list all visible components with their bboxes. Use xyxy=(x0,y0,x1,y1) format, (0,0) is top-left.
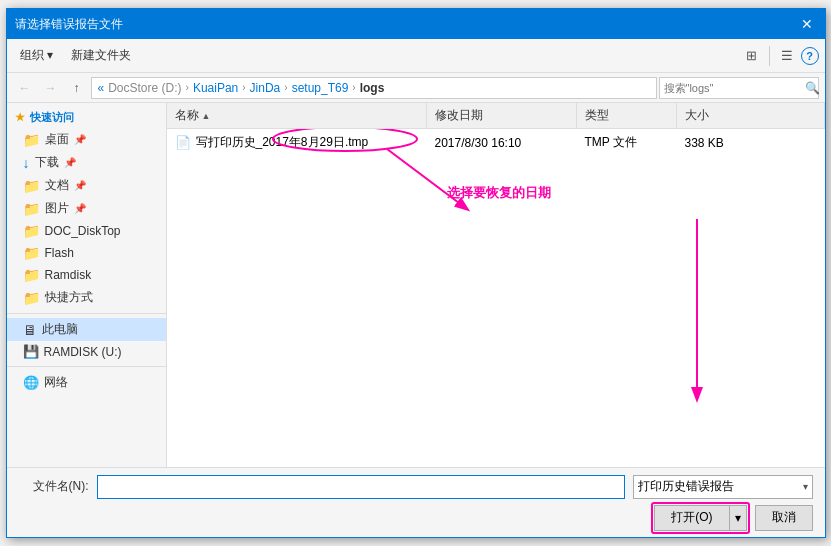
sidebar: ★ 快速访问 📁 桌面 📌 ↓ 下载 📌 📁 文档 📌 📁 图片 � xyxy=(7,103,167,467)
folder-icon: 📁 xyxy=(23,245,40,261)
breadcrumb-setup[interactable]: setup_T69 xyxy=(292,81,349,95)
sidebar-item-this-pc[interactable]: 🖥 此电脑 xyxy=(7,318,166,341)
nav-bar: ← → ↑ « DocStore (D:) › KuaiPan › JinDa … xyxy=(7,73,825,103)
pin-icon: 📌 xyxy=(74,134,86,145)
organize-button[interactable]: 组织 ▾ xyxy=(13,43,60,69)
file-size-cell: 338 KB xyxy=(677,136,825,150)
sidebar-item-doc-disktop[interactable]: 📁 DOC_DiskTop xyxy=(7,220,166,242)
title-bar: 请选择错误报告文件 ✕ xyxy=(7,9,825,39)
bottom-bar: 文件名(N): 打印历史错误报告 ▾ 打开(O) ▾ 取消 xyxy=(7,467,825,537)
file-date-cell: 2017/8/30 16:10 xyxy=(427,136,577,150)
sidebar-item-network[interactable]: 🌐 网络 xyxy=(7,371,166,394)
file-type-cell: TMP 文件 xyxy=(577,134,677,151)
folder-icon: 📁 xyxy=(23,267,40,283)
sidebar-item-documents[interactable]: 📁 文档 📌 xyxy=(7,174,166,197)
sidebar-item-desktop[interactable]: 📁 桌面 📌 xyxy=(7,128,166,151)
help-button[interactable]: ? xyxy=(801,47,819,65)
pin-icon: 📌 xyxy=(74,203,86,214)
computer-icon: 🖥 xyxy=(23,322,37,338)
toolbar: 组织 ▾ 新建文件夹 ⊞ ☰ ? xyxy=(7,39,825,73)
back-button[interactable]: ← xyxy=(13,76,37,100)
filename-label: 文件名(N): xyxy=(19,478,89,495)
content-area: ★ 快速访问 📁 桌面 📌 ↓ 下载 📌 📁 文档 📌 📁 图片 � xyxy=(7,103,825,467)
file-icon: 📄 xyxy=(175,135,191,150)
search-input[interactable] xyxy=(664,82,802,94)
breadcrumb-sep0: DocStore (D:) xyxy=(108,81,181,95)
sidebar-item-shortcuts[interactable]: 📁 快捷方式 xyxy=(7,286,166,309)
column-header-name[interactable]: 名称 ▲ xyxy=(167,103,427,128)
filename-row: 文件名(N): 打印历史错误报告 ▾ xyxy=(19,475,813,499)
svg-line-1 xyxy=(387,149,467,209)
annotation-overlay: 选择要恢复的日期 xyxy=(167,129,825,467)
divider xyxy=(769,46,770,66)
table-row[interactable]: 📄 写打印历史_2017年8月29日.tmp 2017/8/30 16:10 T… xyxy=(167,129,825,157)
star-icon: ★ xyxy=(15,111,25,124)
file-list: 📄 写打印历史_2017年8月29日.tmp 2017/8/30 16:10 T… xyxy=(167,129,825,467)
folder-icon: 📁 xyxy=(23,223,40,239)
folder-icon: 📁 xyxy=(23,132,40,148)
view-icon-detail[interactable]: ☰ xyxy=(775,44,799,68)
forward-button[interactable]: → xyxy=(39,76,63,100)
open-button[interactable]: 打开(O) ▾ xyxy=(654,505,746,531)
open-dropdown-arrow[interactable]: ▾ xyxy=(730,506,746,530)
dialog-title: 请选择错误报告文件 xyxy=(15,16,797,33)
annotation-text: 选择要恢复的日期 xyxy=(447,184,551,202)
close-button[interactable]: ✕ xyxy=(797,14,817,34)
breadcrumb-jinda[interactable]: JinDa xyxy=(250,81,281,95)
sidebar-item-pictures[interactable]: 📁 图片 📌 xyxy=(7,197,166,220)
network-icon: 🌐 xyxy=(23,375,39,390)
view-icon-grid[interactable]: ⊞ xyxy=(740,44,764,68)
disk-icon: 💾 xyxy=(23,344,39,359)
folder-icon: 📁 xyxy=(23,201,40,217)
sidebar-item-flash[interactable]: 📁 Flash xyxy=(7,242,166,264)
up-button[interactable]: ↑ xyxy=(65,76,89,100)
breadcrumb-part1[interactable]: « xyxy=(98,81,105,95)
sidebar-item-ramdisk[interactable]: 📁 Ramdisk xyxy=(7,264,166,286)
download-icon: ↓ xyxy=(23,155,30,171)
open-button-wrapper: 打开(O) ▾ xyxy=(654,505,746,531)
action-row: 打开(O) ▾ 取消 xyxy=(19,505,813,531)
sidebar-item-downloads[interactable]: ↓ 下载 📌 xyxy=(7,151,166,174)
filename-input[interactable] xyxy=(97,475,625,499)
breadcrumb-logs: logs xyxy=(360,81,385,95)
annotation-svg xyxy=(167,129,767,467)
search-icon[interactable]: 🔍 xyxy=(805,81,820,95)
filetype-dropdown-arrow: ▾ xyxy=(803,481,808,492)
pin-icon: 📌 xyxy=(74,180,86,191)
file-dialog: 请选择错误报告文件 ✕ 组织 ▾ 新建文件夹 ⊞ ☰ ? ← → ↑ « Doc… xyxy=(6,8,826,538)
sort-icon: ▲ xyxy=(202,111,211,121)
cancel-button[interactable]: 取消 xyxy=(755,505,813,531)
filetype-select[interactable]: 打印历史错误报告 ▾ xyxy=(633,475,813,499)
column-header-type[interactable]: 类型 xyxy=(577,103,677,128)
file-name-cell: 📄 写打印历史_2017年8月29日.tmp xyxy=(167,134,427,151)
folder-icon: 📁 xyxy=(23,290,40,306)
open-button-label: 打开(O) xyxy=(655,506,729,530)
column-header-date[interactable]: 修改日期 xyxy=(427,103,577,128)
file-list-header: 名称 ▲ 修改日期 类型 大小 xyxy=(167,103,825,129)
view-options: ⊞ ☰ ? xyxy=(740,44,819,68)
search-bar: 🔍 xyxy=(659,77,819,99)
column-header-size[interactable]: 大小 xyxy=(677,103,825,128)
pin-icon: 📌 xyxy=(64,157,76,168)
file-area: 名称 ▲ 修改日期 类型 大小 📄 写打印历史_2017年8 xyxy=(167,103,825,467)
folder-icon: 📁 xyxy=(23,178,40,194)
sidebar-item-ramdisk-drive[interactable]: 💾 RAMDISK (U:) xyxy=(7,341,166,362)
new-folder-button[interactable]: 新建文件夹 xyxy=(64,43,138,69)
breadcrumb-kuaipan[interactable]: KuaiPan xyxy=(193,81,238,95)
sidebar-quick-access-header: ★ 快速访问 xyxy=(7,107,166,128)
breadcrumb[interactable]: « DocStore (D:) › KuaiPan › JinDa › setu… xyxy=(91,77,657,99)
arrow-to-open xyxy=(647,209,825,429)
